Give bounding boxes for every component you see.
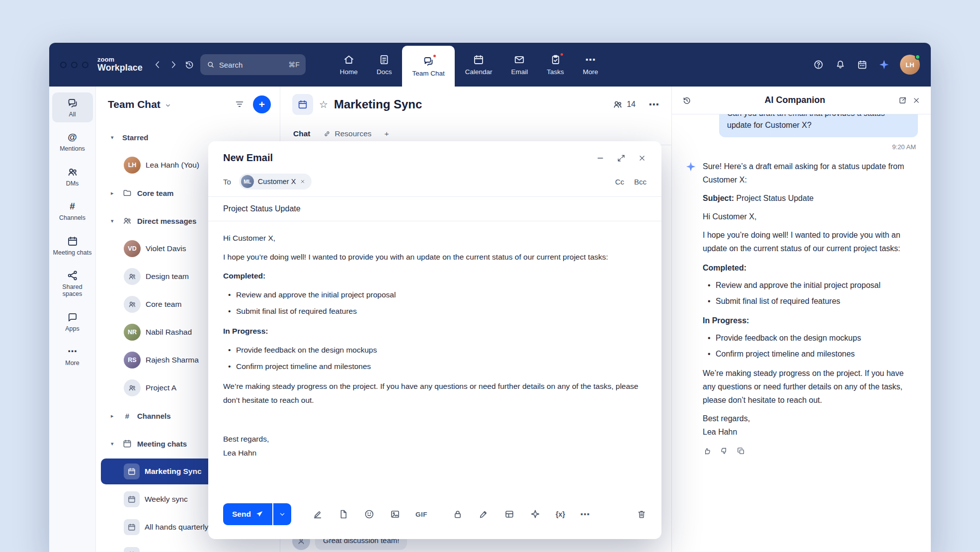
schedule-button[interactable] [853, 56, 871, 74]
rail-item-meeting-chats[interactable]: Meeting chats [52, 231, 93, 261]
open-in-window-button[interactable] [898, 96, 907, 105]
layout-button[interactable] [504, 509, 515, 520]
send-button[interactable]: Send [223, 503, 272, 525]
nav-docs[interactable]: Docs [368, 54, 401, 76]
search-box[interactable]: ⌘F [200, 54, 306, 75]
layout-icon [504, 509, 515, 520]
timestamp: 9:20 AM [687, 143, 916, 151]
calendar-icon [857, 59, 868, 70]
list-item: Confirm project timeline and milestones [703, 347, 918, 361]
nav-more[interactable]: ⋯ More [574, 54, 607, 76]
sparkle-icon [530, 509, 541, 520]
expand-button[interactable] [617, 154, 626, 163]
topbar: zoom Workplace ⌘F Home Docs Team Chat [49, 43, 931, 87]
send-icon [255, 510, 263, 518]
signature-button[interactable] [312, 509, 323, 520]
more-button[interactable]: ⋯ [649, 98, 659, 110]
help-button[interactable] [810, 56, 827, 74]
conversation-history-button[interactable] [682, 95, 692, 105]
link-icon [323, 130, 331, 138]
send-options-button[interactable] [273, 503, 291, 525]
cc-button[interactable]: Cc [615, 178, 624, 186]
search-input[interactable] [219, 61, 273, 69]
new-chat-button[interactable]: + [253, 95, 271, 113]
chevron-left-icon [152, 59, 163, 70]
ai-companion-button[interactable] [875, 56, 893, 74]
ai-panel-title: AI Companion [697, 95, 893, 105]
window-control-icon[interactable] [82, 62, 88, 68]
group-avatar [124, 379, 141, 396]
history-button[interactable] [181, 57, 197, 73]
chevron-expanded-icon: ▾ [111, 218, 117, 224]
gif-button[interactable]: GIF [415, 511, 427, 518]
recipients-row: To ML Customer X Cc Bcc [208, 169, 661, 197]
forward-button[interactable] [165, 57, 181, 73]
nav-email[interactable]: Email [503, 54, 537, 76]
email-icon [513, 54, 525, 66]
rail-item-mentions[interactable]: @ Mentions [52, 127, 93, 157]
remove-recipient-icon[interactable] [300, 179, 306, 184]
close-dialog-button[interactable] [638, 154, 647, 163]
filter-button[interactable] [234, 99, 245, 110]
notification-dot [432, 54, 437, 58]
window-control-icon[interactable] [60, 62, 67, 68]
nav-tasks[interactable]: Tasks [538, 54, 572, 76]
window-control-icon[interactable] [71, 62, 78, 68]
close-panel-button[interactable] [912, 96, 921, 105]
rail-item-shared-spaces[interactable]: Shared spaces [52, 265, 93, 302]
ai-sparkle-icon [878, 59, 890, 71]
subject-label: Subject: [703, 194, 734, 202]
ai-compose-button[interactable] [530, 509, 541, 520]
notifications-button[interactable] [831, 56, 849, 74]
home-icon [343, 54, 355, 66]
nav-calendar[interactable]: Calendar [457, 54, 501, 76]
delete-draft-button[interactable] [637, 509, 647, 519]
more-icon: ⋯ [649, 98, 659, 110]
members-button[interactable]: 14 [612, 99, 636, 110]
avatar: VD [124, 240, 141, 257]
thumbs-up-button[interactable] [703, 447, 712, 456]
folder-icon [122, 188, 132, 198]
back-button[interactable] [150, 57, 165, 73]
close-icon [638, 154, 647, 163]
chat-item-lea-rajesh[interactable]: Lea/Rajesh 1:1 [96, 541, 280, 552]
rail-item-apps[interactable]: Apps [52, 307, 93, 337]
rail-item-all[interactable]: All [52, 92, 93, 122]
nav-team-chat[interactable]: Team Chat [402, 46, 454, 87]
panel-title[interactable]: Team Chat [108, 98, 161, 110]
list-item: Provide feedback on the design mockups [703, 331, 918, 345]
rail-item-channels[interactable]: # Channels [52, 196, 93, 226]
rail-item-more[interactable]: ⋯ More [52, 341, 93, 371]
avatar: LH [124, 157, 141, 174]
more-tools-button[interactable]: ⋯ [580, 508, 590, 520]
email-body-editor[interactable]: Hi Customer X, I hope you’re doing well!… [208, 221, 661, 503]
group-avatar [124, 296, 141, 313]
rail-item-dms[interactable]: DMs [52, 162, 93, 191]
pencil-icon [478, 509, 489, 520]
share-nodes-icon [67, 270, 79, 281]
copy-button[interactable] [736, 447, 745, 456]
people-icon [122, 216, 132, 226]
nav-home[interactable]: Home [331, 54, 366, 76]
variables-button[interactable]: {x} [556, 510, 565, 518]
edit-button[interactable] [478, 509, 489, 520]
user-avatar[interactable]: LH [900, 55, 920, 75]
calendar-icon [473, 54, 485, 66]
favorite-button[interactable]: ☆ [319, 98, 328, 110]
ai-panel-header: AI Companion [672, 87, 931, 114]
thumbs-down-button[interactable] [720, 447, 729, 456]
close-icon [912, 96, 921, 105]
insert-image-button[interactable] [390, 509, 401, 520]
ai-response: Sure! Here’s a draft email asking for a … [703, 160, 918, 456]
chevron-down-icon [278, 510, 286, 518]
emoji-button[interactable] [364, 509, 375, 520]
template-button[interactable] [338, 509, 349, 520]
window-controls [60, 62, 88, 68]
recipient-chip[interactable]: ML Customer X [239, 174, 312, 189]
presence-dot [915, 54, 920, 60]
subject-field[interactable]: Project Status Update [208, 197, 661, 221]
encryption-button[interactable] [452, 509, 463, 520]
bcc-button[interactable]: Bcc [634, 178, 647, 186]
minimize-button[interactable] [596, 154, 605, 163]
list-item: Submit final list of required features [223, 304, 647, 318]
